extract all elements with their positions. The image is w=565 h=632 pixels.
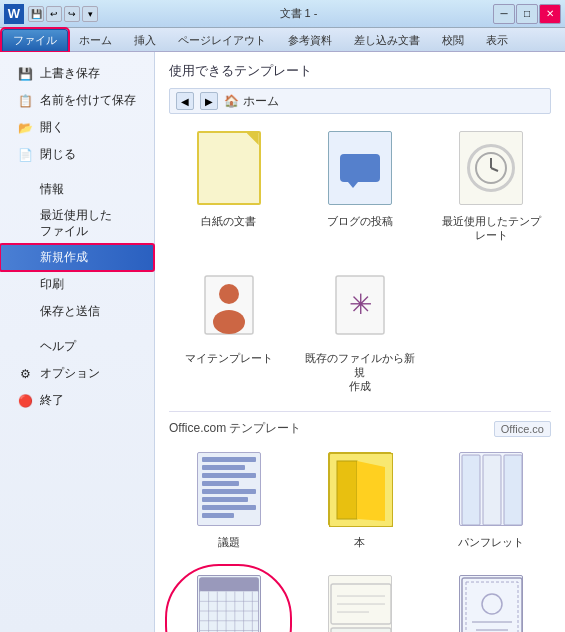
sparkle-icon: ✳ xyxy=(328,268,392,342)
exit-icon: 🔴 xyxy=(16,393,34,409)
sidebar-item-close[interactable]: 📄 閉じる xyxy=(0,141,154,168)
nav-back-btn[interactable]: ◀ xyxy=(176,92,194,110)
template-grid-4: カレンダー カード xyxy=(169,568,551,632)
template-blog[interactable]: ブログの投稿 xyxy=(300,124,419,247)
template-invoice[interactable]: 賞状 xyxy=(432,568,551,632)
template-recent-thumb xyxy=(451,128,531,208)
template-recent[interactable]: 最近使用したテンプレート xyxy=(432,124,551,247)
clock-icon xyxy=(467,144,515,192)
template-nav: ◀ ▶ 🏠 ホーム xyxy=(169,88,551,114)
blog-doc-icon xyxy=(328,131,392,205)
svg-rect-10 xyxy=(462,455,480,525)
person-icon xyxy=(197,268,261,342)
save-quick-btn[interactable]: 💾 xyxy=(28,6,44,22)
office-com-title: Office.com テンプレート xyxy=(169,420,301,437)
template-book-label: 本 xyxy=(354,535,365,549)
template-book[interactable]: 本 xyxy=(300,445,419,553)
undo-btn[interactable]: ↩ xyxy=(46,6,62,22)
tab-pagelayout[interactable]: ページレイアウト xyxy=(167,29,277,51)
svg-point-4 xyxy=(219,284,239,304)
sidebar-item-savesend[interactable]: 保存と送信 xyxy=(0,298,154,325)
divider-2 xyxy=(0,325,154,333)
help-icon xyxy=(16,339,34,355)
sidebar-item-saveas[interactable]: 📋 名前を付けて保存 xyxy=(0,87,154,114)
office-com-badge: Office.co xyxy=(494,421,551,437)
title-bar: W 💾 ↩ ↪ ▾ 文書 1 - ─ □ ✕ xyxy=(0,0,565,28)
close-doc-icon: 📄 xyxy=(16,147,34,163)
tab-view[interactable]: 表示 xyxy=(475,29,519,51)
template-mytemplate-label: マイテンプレート xyxy=(185,351,273,365)
agenda-doc-icon xyxy=(197,452,261,526)
quick-access-toolbar: 💾 ↩ ↪ ▾ xyxy=(28,6,98,22)
sidebar-item-save[interactable]: 💾 上書き保存 xyxy=(0,60,154,87)
template-fromfile-thumb: ✳ xyxy=(320,265,400,345)
sidebar-item-open[interactable]: 📂 開く xyxy=(0,114,154,141)
tab-insert[interactable]: 挿入 xyxy=(123,29,167,51)
home-icon: 🏠 xyxy=(224,94,239,108)
options-icon: ⚙ xyxy=(16,366,34,382)
sidebar-item-info[interactable]: 情報 xyxy=(0,176,154,203)
svg-text:✳: ✳ xyxy=(348,289,371,320)
template-mytemplate[interactable]: マイテンプレート xyxy=(169,261,288,398)
book-icon xyxy=(328,452,392,526)
template-pamphlet-thumb xyxy=(451,449,531,529)
recent-doc-icon xyxy=(459,131,523,205)
section1-title: 使用できるテンプレート xyxy=(169,62,551,80)
redo-btn[interactable]: ↪ xyxy=(64,6,80,22)
template-grid-1: 白紙の文書 ブログの投稿 xyxy=(169,124,551,247)
tab-mailings[interactable]: 差し込み文書 xyxy=(343,29,431,51)
main-layout: 💾 上書き保存 📋 名前を付けて保存 📂 開く 📄 閉じる 情報 最近使用したフ… xyxy=(0,52,565,632)
template-agenda[interactable]: 議題 xyxy=(169,445,288,553)
content-area: 使用できるテンプレート ◀ ▶ 🏠 ホーム 白紙の文書 xyxy=(155,52,565,632)
section-divider xyxy=(169,411,551,412)
svg-rect-11 xyxy=(483,455,501,525)
template-blank-label: 白紙の文書 xyxy=(201,214,256,228)
sidebar-item-new[interactable]: 新規作成 xyxy=(0,244,154,271)
template-invoice-thumb xyxy=(451,572,531,632)
template-pamphlet[interactable]: パンフレット xyxy=(432,445,551,553)
template-mytemplate-thumb xyxy=(189,265,269,345)
template-agenda-thumb xyxy=(189,449,269,529)
minimize-btn[interactable]: ─ xyxy=(493,4,515,24)
tab-references[interactable]: 参考資料 xyxy=(277,29,343,51)
home-label: ホーム xyxy=(243,93,279,110)
template-blog-label: ブログの投稿 xyxy=(327,214,393,228)
template-calendar-thumb xyxy=(189,572,269,632)
maximize-btn[interactable]: □ xyxy=(516,4,538,24)
sidebar-item-options[interactable]: ⚙ オプション xyxy=(0,360,154,387)
svg-rect-14 xyxy=(199,578,257,592)
tab-home[interactable]: ホーム xyxy=(68,29,123,51)
ribbon-tabs: ファイル ホーム 挿入 ページレイアウト 参考資料 差し込み文書 校閲 表示 xyxy=(0,28,565,52)
office-com-header: Office.com テンプレート Office.co xyxy=(169,420,551,437)
divider-1 xyxy=(0,168,154,176)
app-icon: W xyxy=(4,4,24,24)
invoice-doc-icon xyxy=(459,575,523,632)
sidebar-item-recent[interactable]: 最近使用したファイル xyxy=(0,203,154,244)
template-fromfile[interactable]: ✳ 既存のファイルから新規作成 xyxy=(300,261,419,398)
svg-point-5 xyxy=(213,310,245,334)
svg-rect-31 xyxy=(462,578,522,632)
sidebar-item-help[interactable]: ヘルプ xyxy=(0,333,154,360)
nav-home-btn[interactable]: 🏠 ホーム xyxy=(224,93,279,110)
template-blank-thumb xyxy=(189,128,269,208)
template-blank[interactable]: 白紙の文書 xyxy=(169,124,288,247)
new-icon xyxy=(16,250,34,266)
open-icon: 📂 xyxy=(16,120,34,136)
template-card[interactable]: カード xyxy=(300,568,419,632)
template-fromfile-label: 既存のファイルから新規作成 xyxy=(304,351,415,394)
template-book-thumb xyxy=(320,449,400,529)
info-icon xyxy=(16,182,34,198)
sidebar-item-exit[interactable]: 🔴 終了 xyxy=(0,387,154,414)
tab-review[interactable]: 校閲 xyxy=(431,29,475,51)
sidebar: 💾 上書き保存 📋 名前を付けて保存 📂 開く 📄 閉じる 情報 最近使用したフ… xyxy=(0,52,155,632)
window-controls: ─ □ ✕ xyxy=(493,4,561,24)
more-btn[interactable]: ▾ xyxy=(82,6,98,22)
tab-file[interactable]: ファイル xyxy=(2,29,68,51)
sidebar-item-print[interactable]: 印刷 xyxy=(0,271,154,298)
template-grid-2: マイテンプレート ✳ 既存のファイルから新規作成 xyxy=(169,261,551,398)
template-calendar[interactable]: カレンダー xyxy=(169,568,288,632)
close-btn[interactable]: ✕ xyxy=(539,4,561,24)
nav-forward-btn[interactable]: ▶ xyxy=(200,92,218,110)
calendar-doc-icon xyxy=(197,575,261,632)
speech-bubble-icon xyxy=(340,154,380,182)
